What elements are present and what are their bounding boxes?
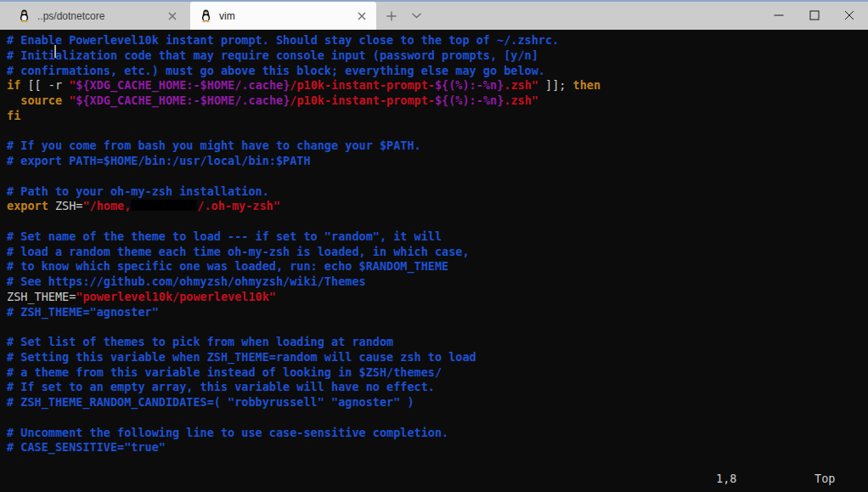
linux-tux-icon — [200, 8, 212, 23]
code-line: # See https://github.com/ohmyzsh/ohmyzsh… — [7, 274, 868, 290]
redaction-box — [131, 200, 197, 211]
code-segment: .zsh" — [504, 93, 538, 107]
window-accent-strip — [0, 0, 868, 2]
code-segment: ]]; — [538, 78, 573, 92]
code-line: # If set to an empty array, this variabl… — [7, 380, 868, 395]
code-line: # Set list of themes to pick from when l… — [7, 335, 868, 350]
code-segment: # Set name of the theme to load --- if s… — [7, 229, 442, 243]
maximize-button[interactable] — [795, 0, 834, 30]
code-line: # CASE_SENSITIVE="true" — [7, 440, 868, 455]
code-segment: source — [20, 93, 62, 107]
code-line — [7, 124, 868, 139]
code-segment: e Powerlevel10k instant prompt. Should s… — [55, 33, 559, 47]
minimize-icon — [774, 10, 784, 20]
code-segment — [62, 93, 69, 107]
code-line: # Uncomment the following line to use ca… — [7, 426, 868, 441]
code-line: # ZSH_THEME_RANDOM_CANDIDATES=( "robbyru… — [7, 395, 868, 410]
ruler-scroll-position: Top — [814, 472, 835, 485]
chevron-down-icon — [412, 13, 421, 19]
ruler-cursor-position: 1,8 — [716, 472, 736, 485]
code-segment: # ZSH_THEME="agnoster" — [7, 305, 159, 319]
code-line: fi — [7, 109, 868, 124]
code-line: # If you come from bash you might have t… — [7, 139, 868, 154]
linux-tux-icon — [18, 8, 31, 23]
tab-vim[interactable]: vim — [190, 2, 376, 30]
code-segment: # Uncomment the following line to use ca… — [7, 426, 448, 439]
vim-ruler: 1,8 Top — [0, 472, 868, 487]
code-segment: # to know which specific one was loaded,… — [7, 259, 448, 273]
code-segment: "/home, — [82, 199, 131, 212]
close-icon[interactable] — [352, 7, 371, 25]
code-area: # Enable Powerlevel10k instant prompt. S… — [7, 33, 868, 455]
code-segment: # See https://github.com/ohmyzsh/ohmyzsh… — [7, 274, 366, 288]
code-line: export ZSH="/home,/.oh-my-zsh" — [7, 199, 868, 214]
code-line: # load a random theme each time oh-my-zs… — [7, 245, 868, 260]
new-tab-button[interactable] — [380, 2, 403, 30]
code-segment: if — [7, 78, 20, 92]
code-segment: .zsh" — [504, 78, 538, 92]
code-segment: # export PATH=$HOME/bin:/usr/local/bin:$… — [7, 154, 311, 167]
code-line: source "${XDG_CACHE_HOME:-$HOME/.cache}/… — [7, 93, 868, 109]
code-line: ZSH_THEME="powerlevel10k/powerlevel10k" — [7, 290, 868, 305]
code-segment: # CASE_SENSITIVE="true" — [7, 440, 166, 454]
maximize-icon — [809, 10, 820, 20]
code-segment: /p10k-instant-prompt- — [290, 78, 435, 92]
code-line — [7, 320, 868, 335]
minimize-button[interactable] — [759, 0, 798, 30]
code-line: # confirmations, etc.) must go above thi… — [7, 64, 868, 79]
code-line: # Path to your oh-my-zsh installation. — [7, 184, 868, 200]
tab-dotnetcore[interactable]: ..ps/dotnetcore — [8, 2, 187, 30]
close-icon[interactable] — [163, 7, 182, 25]
code-segment: "powerlevel10k/powerlevel10k" — [76, 290, 276, 303]
code-segment: ZSH_THEME= — [7, 290, 76, 303]
code-line: # a theme from this variable instead of … — [7, 365, 868, 381]
code-segment: export — [7, 199, 48, 212]
code-segment: ${(%):-%n} — [435, 78, 504, 92]
code-line: # ZSH_THEME="agnoster" — [7, 305, 868, 320]
code-segment: ${(%):-%n} — [435, 93, 504, 107]
code-line: # export PATH=$HOME/bin:/usr/local/bin:$… — [7, 154, 868, 169]
titlebar: ..ps/dotnetcore vim — [0, 0, 868, 30]
code-line — [7, 169, 868, 184]
code-segment: fi — [7, 109, 20, 122]
code-segment: # Set list of themes to pick from when l… — [7, 335, 393, 348]
code-segment: /.oh-my-zsh" — [197, 199, 280, 212]
code-segment: ${XDG_CACHE_HOME:-$HOME/.cache} — [76, 93, 290, 107]
code-line: if [[ -r "${XDG_CACHE_HOME:-$HOME/.cache… — [7, 78, 868, 93]
code-segment: # Setting this variable when ZSH_THEME=r… — [7, 350, 476, 364]
close-button[interactable] — [831, 0, 868, 30]
code-line — [7, 214, 868, 229]
plus-icon — [386, 11, 397, 21]
code-segment: # confirmations, etc.) must go above thi… — [7, 64, 545, 77]
code-segment: # load a random theme each time oh-my-zs… — [7, 245, 470, 258]
code-segment: # Initialization code that may require c… — [7, 48, 538, 62]
code-segment: # If set to an empty array, this variabl… — [7, 380, 435, 393]
code-segment: # Enabl — [7, 33, 55, 47]
code-segment: # Path to your oh-my-zsh installation. — [7, 184, 269, 198]
tab-dropdown-button[interactable] — [404, 2, 428, 30]
code-segment: then — [573, 78, 601, 92]
code-line: # to know which specific one was loaded,… — [7, 259, 868, 274]
code-line: # Setting this variable when ZSH_THEME=r… — [7, 350, 868, 365]
code-segment: # a theme from this variable instead of … — [7, 365, 442, 379]
code-segment: /p10k-instant-prompt- — [290, 93, 435, 107]
code-segment — [7, 93, 20, 107]
code-segment: ${XDG_CACHE_HOME:-$HOME/.cache} — [76, 78, 290, 92]
code-line: # Initialization code that may require c… — [7, 48, 868, 64]
tab-label: vim — [219, 10, 352, 22]
code-line: # Enable Powerlevel10k instant prompt. S… — [7, 33, 868, 48]
close-icon — [844, 10, 854, 20]
code-segment: ZSH= — [48, 199, 83, 212]
code-segment: # ZSH_THEME_RANDOM_CANDIDATES=( "robbyru… — [7, 395, 414, 409]
code-segment: [[ -r — [20, 78, 69, 92]
code-segment: # If you come from bash you might have t… — [7, 139, 421, 152]
code-line: # Set name of the theme to load --- if s… — [7, 229, 868, 245]
code-line — [7, 410, 868, 426]
tab-label: ..ps/dotnetcore — [37, 10, 163, 22]
terminal[interactable]: # Enable Powerlevel10k instant prompt. S… — [0, 30, 868, 492]
